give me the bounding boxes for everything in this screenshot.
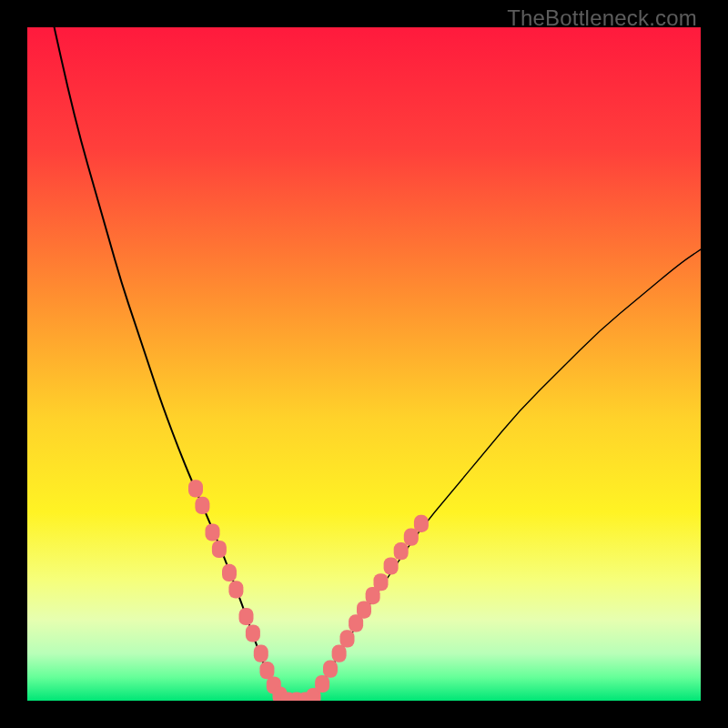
dot-left-dots	[228, 581, 243, 598]
dot-right-dots	[332, 645, 347, 662]
dot-right-dots	[394, 542, 409, 560]
dot-left-dots	[212, 541, 227, 558]
dot-right-dots	[323, 661, 338, 678]
dot-left-dots	[239, 608, 254, 625]
gradient-background	[27, 27, 701, 701]
dot-left-dots	[259, 662, 274, 679]
dot-right-dots	[384, 557, 399, 574]
dot-left-dots	[246, 624, 260, 642]
dot-left-dots	[206, 523, 220, 541]
dot-right-dots	[315, 675, 329, 693]
chart-svg	[27, 27, 701, 701]
dot-left-dots	[188, 480, 203, 497]
dot-right-dots	[414, 515, 429, 532]
chart-frame: TheBottleneck.com	[0, 0, 728, 728]
dot-right-dots	[404, 529, 419, 546]
dot-right-dots	[340, 630, 355, 647]
plot-area	[27, 27, 701, 701]
dot-left-dots	[195, 497, 209, 514]
dot-left-dots	[254, 645, 268, 662]
dot-left-dots	[222, 564, 237, 581]
dot-right-dots	[374, 573, 389, 591]
